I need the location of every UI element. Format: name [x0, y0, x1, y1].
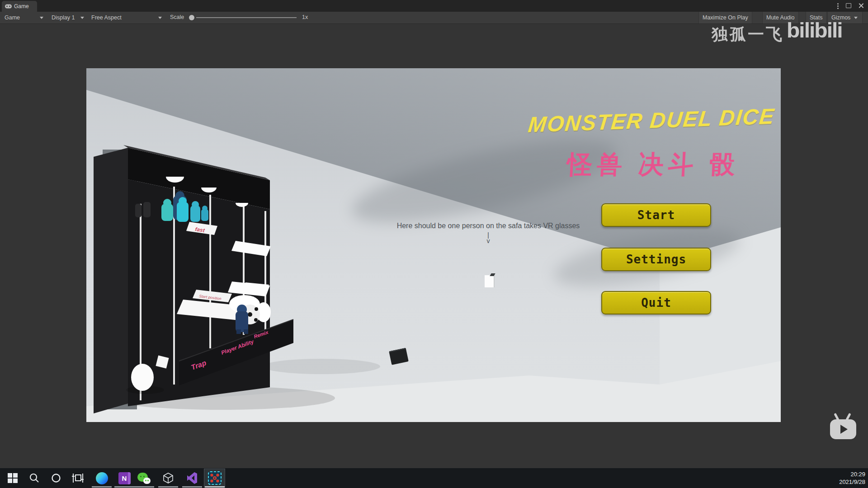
hint-text: Here should be one person on the safa ta… [387, 222, 590, 230]
maximize-on-play-button[interactable]: Maximize On Play [698, 12, 752, 23]
taskbar-edge-button[interactable] [92, 468, 112, 488]
bilibili-tv-icon [828, 411, 860, 443]
chevron-down-icon [854, 17, 858, 19]
taskbar-game-app-button[interactable] [205, 468, 225, 488]
close-icon[interactable] [859, 3, 864, 8]
display-dropdown-label: Display 1 [52, 14, 75, 21]
search-icon [29, 473, 40, 483]
settings-button[interactable]: Settings [601, 248, 711, 271]
windows-logo-icon [8, 473, 18, 483]
watermark-author: 独孤一飞 [712, 23, 784, 46]
cabinet-side [94, 148, 128, 413]
screen: { "editor": { "tab_label": "Game", "tool… [0, 0, 868, 488]
scale-value: 1x [302, 14, 308, 20]
chevron-down-icon [40, 17, 43, 19]
taskbar: N [0, 468, 868, 488]
game-subtitle: 怪兽 决斗 骰 [553, 148, 754, 182]
gamepad-icon [5, 4, 12, 9]
taskbar-onenote-button[interactable]: N [114, 468, 134, 488]
game-viewport: fast Start position Trap Player Ability … [86, 68, 781, 422]
running-indicator [182, 486, 202, 488]
display-cabinet: fast Start position Trap Player Ability … [94, 145, 293, 413]
scale-slider-track[interactable] [196, 17, 297, 18]
egg [131, 364, 154, 391]
taskbar-task-view-button[interactable] [69, 468, 87, 488]
settings-button-label: Settings [626, 253, 686, 266]
aspect-dropdown[interactable]: Free Aspect [89, 12, 165, 23]
bilibili-logo: bilibili [787, 19, 842, 42]
unity-icon [162, 472, 175, 484]
task-view-icon [72, 473, 84, 483]
tab-game-label: Game [14, 3, 29, 9]
taskbar-visual-studio-button[interactable] [182, 468, 202, 488]
window-controls [837, 3, 864, 8]
running-indicator [158, 486, 178, 488]
display-dropdown[interactable]: Display 1 [49, 12, 87, 23]
quit-button[interactable]: Quit [601, 291, 711, 314]
start-button[interactable]: Start [601, 203, 711, 227]
maximize-on-play-label: Maximize On Play [703, 14, 748, 21]
clock-time: 20:29 [816, 470, 865, 478]
scale-label: Scale [170, 14, 184, 20]
blue-monster [236, 311, 248, 332]
taskbar-clock[interactable]: 20:29 2021/9/28 [816, 470, 865, 486]
chevron-down-icon [158, 17, 162, 19]
taskbar-unity-button[interactable] [158, 468, 178, 488]
start-button-label: Start [637, 208, 675, 222]
taskbar-search-button[interactable] [25, 468, 43, 488]
taskbar-wechat-button[interactable] [134, 468, 154, 488]
edge-icon [96, 472, 108, 484]
taskbar-start-button[interactable] [4, 468, 22, 488]
chevron-down-icon [80, 17, 84, 19]
onenote-letter: N [122, 474, 127, 482]
tab-game[interactable]: Game [2, 1, 37, 12]
taskbar-cortana-button[interactable] [47, 468, 65, 488]
play-icon [840, 425, 848, 434]
onenote-icon: N [118, 472, 131, 484]
game-dropdown-label: Game [5, 14, 20, 21]
clock-date: 2021/9/28 [816, 478, 865, 486]
unity-tab-bar: Game [0, 0, 868, 12]
running-indicator [134, 486, 154, 488]
game-view-toolbar: Game Display 1 Free Aspect Scale 1x Maxi… [0, 12, 868, 24]
restore-window-icon[interactable] [846, 3, 851, 8]
monster-duel-dice-icon [208, 471, 222, 485]
wechat-icon [137, 472, 151, 484]
visual-studio-icon [186, 472, 198, 484]
floating-cube [485, 275, 494, 287]
game-dropdown[interactable]: Game [2, 12, 46, 23]
running-indicator [114, 486, 134, 488]
running-indicator [92, 486, 112, 488]
scale-slider-knob[interactable] [189, 15, 194, 20]
running-indicator-active [205, 486, 225, 488]
kebab-menu-icon[interactable] [837, 3, 839, 5]
cortana-icon [51, 473, 61, 483]
aspect-dropdown-label: Free Aspect [91, 14, 122, 21]
quit-button-label: Quit [641, 296, 671, 310]
hint-arrow-head: v [387, 237, 590, 244]
